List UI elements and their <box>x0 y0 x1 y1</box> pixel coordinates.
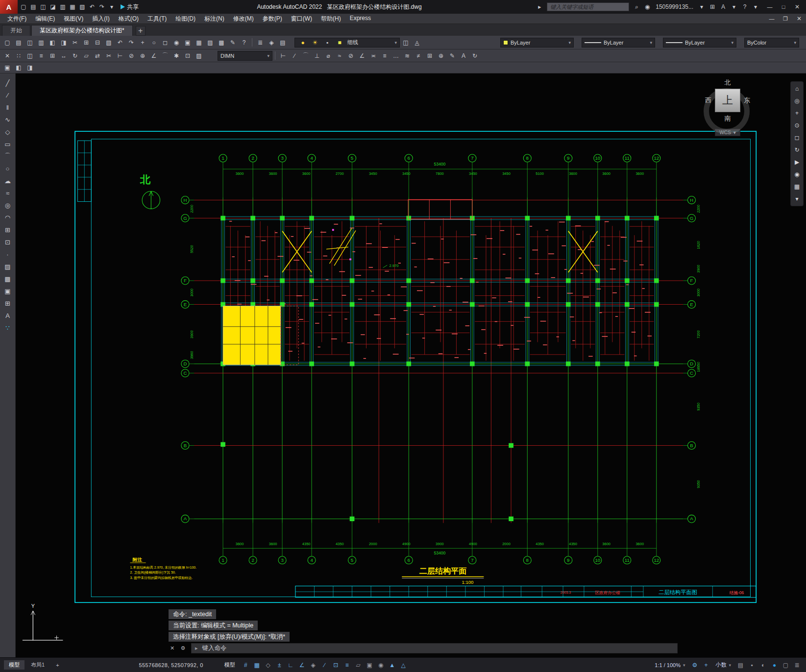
object-snap-tracking-icon[interactable]: ∕ <box>319 660 330 670</box>
pan-icon[interactable]: + <box>792 109 802 118</box>
pan-realtime-icon[interactable]: + <box>137 38 148 48</box>
zoom-realtime-icon[interactable]: ○ <box>148 38 159 48</box>
layer-lock-icon[interactable]: ▪ <box>322 38 333 48</box>
layer-previous-icon[interactable]: ◈ <box>266 38 277 48</box>
line-tool[interactable]: ╱ <box>2 77 14 88</box>
signed-in-user[interactable]: 1505999135... <box>656 3 693 10</box>
annotation-scale-dropdown[interactable]: 1:1 / 100% ▾ <box>652 662 688 669</box>
join-icon[interactable]: ⊕ <box>137 51 148 61</box>
steering-wheel-icon[interactable]: ◉ <box>792 170 802 179</box>
doc-restore-button[interactable]: ❐ <box>779 14 792 23</box>
viewcube-north-label[interactable]: 北 <box>698 78 757 87</box>
ortho-mode-icon[interactable]: ∟ <box>286 660 296 670</box>
autocad-logo-icon[interactable]: A <box>0 0 18 14</box>
new-icon[interactable]: ▢ <box>2 38 13 48</box>
isolate-objects-icon[interactable]: ◐ <box>758 660 768 670</box>
dim-edit-icon[interactable]: ✎ <box>447 51 458 61</box>
undo-icon[interactable]: ↶ <box>87 2 97 12</box>
baseline-dim-icon[interactable]: ≡ <box>379 51 390 61</box>
lineweight-display-icon[interactable]: ≡ <box>342 660 352 670</box>
polyline-tool[interactable]: ∿ <box>2 114 14 125</box>
account-caret-icon[interactable]: ▾ <box>696 2 707 12</box>
new-layout-button[interactable]: + <box>51 661 64 669</box>
blocks-icon[interactable]: ⊡ <box>182 51 193 61</box>
save-icon[interactable]: ◫ <box>24 38 35 48</box>
new-tab-button[interactable]: + <box>136 26 146 36</box>
linetype-dropdown[interactable]: ByLayer ▾ <box>582 38 655 48</box>
region-tool[interactable]: ▣ <box>2 286 14 296</box>
doc-close-button[interactable]: ✕ <box>792 14 806 23</box>
center-mark-icon[interactable]: ⊕ <box>436 51 446 61</box>
plot-style-dropdown[interactable]: ByColor ▾ <box>744 38 799 48</box>
clean-screen-icon[interactable]: ▢ <box>781 660 791 670</box>
extend-icon[interactable]: ⊢ <box>115 51 125 61</box>
new-drawing-icon[interactable]: ▢ <box>19 2 28 12</box>
stretch-icon[interactable]: ⇄ <box>92 51 103 61</box>
layer-color-swatch[interactable]: ■ <box>334 38 345 48</box>
quick-dim-icon[interactable]: ≍ <box>368 51 379 61</box>
menu-item[interactable]: 绘图(D) <box>171 15 200 23</box>
ellipse-arc-tool[interactable]: ◠ <box>2 212 14 223</box>
menu-item[interactable]: 标注(N) <box>200 15 229 23</box>
redo-icon[interactable]: ↷ <box>126 38 137 48</box>
viewcube-home-icon[interactable]: ⌂ <box>792 84 802 93</box>
point-tool[interactable]: · <box>2 249 14 260</box>
layer-walk-icon[interactable]: ◬ <box>412 38 422 48</box>
workspace-switching-icon[interactable]: ⚙ <box>689 660 700 670</box>
help-question-icon[interactable]: ? <box>239 38 249 48</box>
model-space-canvas[interactable]: 112233445566778899101011111212HHGGFFEEDD… <box>16 73 806 657</box>
aligned-dim-icon[interactable]: ∕ <box>289 51 300 61</box>
chamfer-icon[interactable]: ∠ <box>148 51 159 61</box>
circle-tool[interactable]: ○ <box>2 163 14 174</box>
plot-icon[interactable]: ▥ <box>36 38 47 48</box>
edit-xref-icon[interactable]: ◨ <box>24 63 35 72</box>
save-as-icon[interactable]: ◪ <box>48 2 58 12</box>
viewcube[interactable]: 北 西 上 东 南 WCS ▾ <box>698 78 757 136</box>
radius-dim-icon[interactable]: ⌀ <box>323 51 334 61</box>
xline-tool[interactable]: ∕ <box>2 90 14 100</box>
menu-item[interactable]: 帮助(H) <box>317 15 345 23</box>
drawing-floor-plan[interactable]: 112233445566778899101011111212HHGGFFEEDD… <box>16 73 806 657</box>
linear-dim-icon[interactable]: ⊢ <box>278 51 289 61</box>
refedit-icon[interactable]: ▣ <box>2 63 13 72</box>
make-block-tool[interactable]: ⊡ <box>2 237 14 247</box>
plot-preview-icon[interactable]: ◧ <box>47 38 58 48</box>
mtext-tool[interactable]: A <box>2 310 14 321</box>
tab-current-drawing[interactable]: 某区政府框架办公楼结构设计图* <box>31 25 133 36</box>
copy-clip-icon[interactable]: ⊞ <box>81 38 92 48</box>
polar-tracking-icon[interactable]: ∠ <box>297 660 307 670</box>
help-icon[interactable]: ? <box>739 2 750 12</box>
hatch-icon[interactable]: ▨ <box>194 51 204 61</box>
save-web-icon[interactable]: ▦ <box>68 2 77 12</box>
viewcube-east-label[interactable]: 东 <box>744 96 750 105</box>
arc-length-dim-icon[interactable]: ⌒ <box>300 51 311 61</box>
jogged-dim-icon[interactable]: ≈ <box>334 51 345 61</box>
nav-more-icon[interactable]: ▾ <box>792 194 802 203</box>
point-style-tool[interactable]: ∵ <box>2 322 14 333</box>
mirror-icon[interactable]: ◫ <box>24 51 35 61</box>
color-dropdown[interactable]: ByLayer ▾ <box>500 38 574 48</box>
array-icon[interactable]: ⊞ <box>47 51 58 61</box>
trim-icon[interactable]: ✂ <box>103 51 114 61</box>
fillet-icon[interactable]: ⌒ <box>160 51 171 61</box>
annotation-scale-add-icon[interactable]: + <box>701 660 711 670</box>
open-icon[interactable]: ▤ <box>13 38 24 48</box>
help-caret-icon[interactable]: ▾ <box>750 2 761 12</box>
viewcube-top-face[interactable]: 上 <box>715 89 740 112</box>
zoom-previous-icon[interactable]: ◉ <box>171 38 182 48</box>
dim-text-edit-icon[interactable]: A <box>458 51 469 61</box>
scale-icon[interactable]: ▱ <box>81 51 92 61</box>
close-button[interactable]: ✕ <box>790 1 804 12</box>
menu-item[interactable]: 插入(I) <box>88 15 114 23</box>
edit-block-icon[interactable]: ◧ <box>13 63 24 72</box>
app-caret-icon[interactable]: ▾ <box>729 2 739 12</box>
maximize-button[interactable]: □ <box>777 1 790 12</box>
menu-item[interactable]: 编辑(E) <box>31 15 59 23</box>
menu-item[interactable]: 窗口(W) <box>287 15 317 23</box>
dim-space-icon[interactable]: ≋ <box>402 51 413 61</box>
customize-statusbar-icon[interactable]: ≣ <box>792 660 802 670</box>
insert-block-tool[interactable]: ⊞ <box>2 224 14 235</box>
model-space-toggle[interactable]: 模型 <box>224 661 235 669</box>
undo-icon[interactable]: ↶ <box>115 38 125 48</box>
autodesk-app-icon[interactable]: A <box>718 2 729 12</box>
